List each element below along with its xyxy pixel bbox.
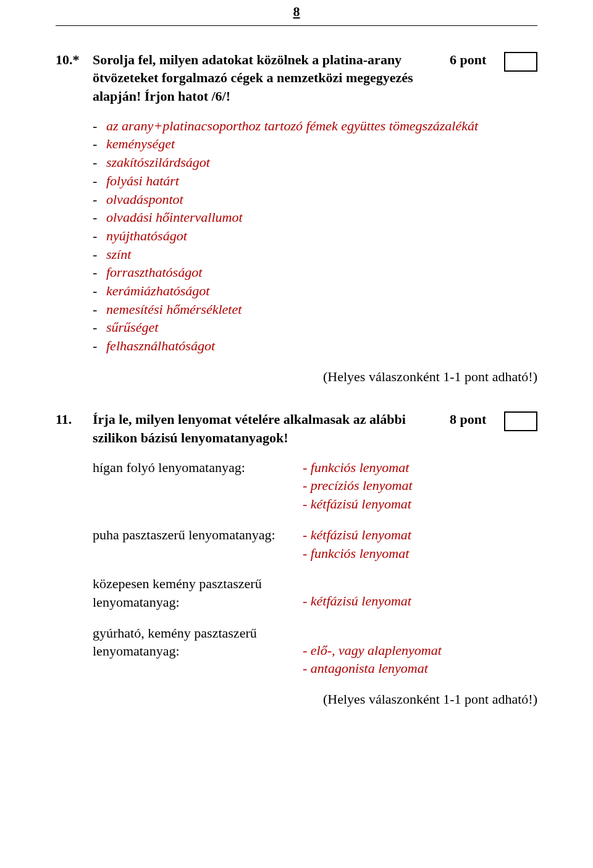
question-11: 11. Írja le, milyen lenyomat vételére al…	[56, 410, 537, 708]
q10-answer-item: sűrűséget	[93, 318, 537, 337]
q11-scoring-note: (Helyes válaszonként 1-1 pont adható!)	[56, 690, 537, 709]
q11-pair-value: - funkciós lenyomat	[303, 458, 413, 477]
q10-answer-item: felhasználhatóságot	[93, 337, 537, 355]
q10-answer-item: olvadási hőintervallumot	[93, 208, 537, 227]
q11-text: Írja le, milyen lenyomat vételére alkalm…	[93, 410, 444, 447]
question-10-header: 10.* Sorolja fel, milyen adatokat közöln…	[56, 51, 537, 106]
q10-answer-item: olvadáspontot	[93, 190, 537, 209]
q11-pair-value: - precíziós lenyomat	[303, 476, 413, 495]
q10-answers: az arany+platinacsoporthoz tartozó fémek…	[93, 117, 537, 355]
q10-answer-item: nemesítési hőmérsékletet	[93, 300, 537, 319]
q10-answer-item: színt	[93, 245, 537, 264]
q10-text-line2: ötvözeteket forgalmazó cégek a nemzetköz…	[93, 70, 413, 85]
q11-score-box[interactable]	[504, 411, 537, 431]
q10-answer-item: az arany+platinacsoporthoz tartozó fémek…	[93, 117, 537, 135]
q11-pair-label-line1: gyúrható, kemény pasztaszerű	[93, 625, 257, 641]
q11-pair-row: gyúrható, kemény pasztaszerű lenyomatany…	[93, 624, 537, 678]
q10-answer-item: kerámiázhatóságot	[93, 282, 537, 300]
q11-pair-label: hígan folyó lenyomatanyag:	[93, 458, 303, 477]
question-10: 10.* Sorolja fel, milyen adatokat közöln…	[56, 51, 537, 386]
question-11-header: 11. Írja le, milyen lenyomat vételére al…	[56, 410, 537, 447]
q11-pair-values: - elő-, vagy alaplenyomat - antagonista …	[303, 624, 442, 678]
q10-text: Sorolja fel, milyen adatokat közölnek a …	[93, 51, 444, 106]
q10-answer-item: forraszthatóságot	[93, 263, 537, 282]
q11-pair-values: - kétfázisú lenyomat	[303, 575, 411, 610]
q10-answer-item: nyújthatóságot	[93, 227, 537, 245]
q10-scoring-note: (Helyes válaszonként 1-1 pont adható!)	[56, 368, 537, 386]
q11-pair-label-line2: lenyomatanyag:	[93, 643, 180, 659]
q11-pair-values: - funkciós lenyomat - precíziós lenyomat…	[303, 458, 413, 513]
q11-pair-label: közepesen kemény pasztaszerű lenyomatany…	[93, 575, 303, 611]
header-rule	[56, 25, 537, 26]
q11-pair-value: - kétfázisú lenyomat	[303, 495, 413, 513]
q10-answers-list: az arany+platinacsoporthoz tartozó fémek…	[93, 117, 537, 355]
q11-pair-label-line2: lenyomatanyag:	[93, 594, 180, 610]
q11-pair-row: hígan folyó lenyomatanyag: - funkciós le…	[93, 458, 537, 513]
page-number: 8	[56, 0, 537, 22]
q11-pair-value: - funkciós lenyomat	[303, 544, 411, 563]
q11-pair-value: - kétfázisú lenyomat	[303, 592, 411, 610]
q10-answer-item: szakítószilárdságot	[93, 153, 537, 172]
q11-pair-values: - kétfázisú lenyomat - funkciós lenyomat	[303, 526, 411, 562]
q11-text-line2: szilikon bázisú lenyomatanyagok!	[93, 430, 288, 445]
q11-points: 8 pont	[444, 410, 499, 429]
q10-score-box[interactable]	[504, 52, 537, 72]
q11-text-line1: Írja le, milyen lenyomat vételére alkalm…	[93, 411, 406, 427]
q11-pair-value: - kétfázisú lenyomat	[303, 526, 411, 544]
q10-points: 6 pont	[444, 51, 499, 69]
q10-answer-item: folyási határt	[93, 172, 537, 190]
q11-pair-value: - antagonista lenyomat	[303, 659, 442, 678]
q11-pair-row: közepesen kemény pasztaszerű lenyomatany…	[93, 575, 537, 611]
q11-pair-row: puha pasztaszerű lenyomatanyag: - kétfáz…	[93, 526, 537, 562]
q10-answer-item: keménységet	[93, 135, 537, 153]
q11-pair-label: puha pasztaszerű lenyomatanyag:	[93, 526, 303, 544]
q11-pair-value: - elő-, vagy alaplenyomat	[303, 641, 442, 660]
q10-text-line3: alapján! Írjon hatot /6/!	[93, 88, 230, 104]
q11-answer-pairs: hígan folyó lenyomatanyag: - funkciós le…	[93, 458, 537, 678]
q11-pair-label: gyúrható, kemény pasztaszerű lenyomatany…	[93, 624, 303, 660]
q11-number: 11.	[56, 410, 93, 429]
q11-pair-label-line1: közepesen kemény pasztaszerű	[93, 576, 262, 591]
q10-text-line1: Sorolja fel, milyen adatokat közölnek a …	[93, 52, 402, 67]
q10-number: 10.*	[56, 51, 93, 69]
page: 8 10.* Sorolja fel, milyen adatokat közö…	[0, 0, 593, 868]
